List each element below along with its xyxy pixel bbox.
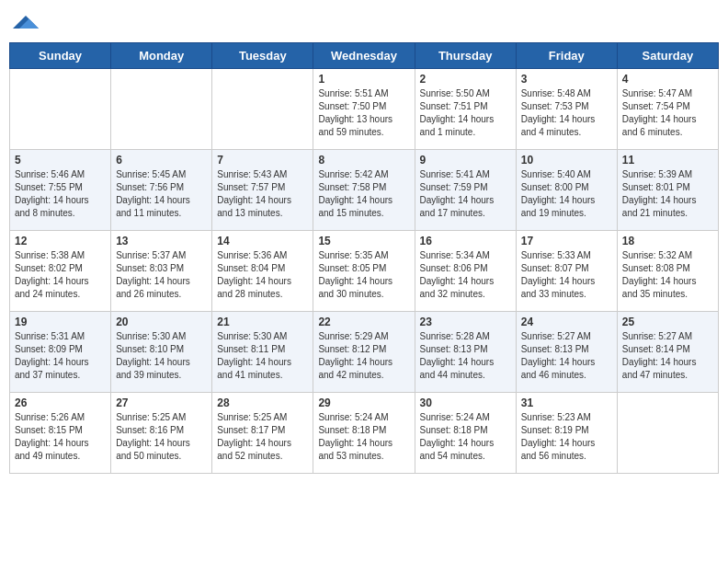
day-number: 16 <box>420 235 511 247</box>
day-info: Sunrise: 5:23 AMSunset: 8:19 PMDaylight:… <box>521 411 612 463</box>
header-friday: Friday <box>516 43 617 69</box>
day-info: Sunrise: 5:36 AMSunset: 8:04 PMDaylight:… <box>217 249 308 301</box>
day-info: Sunrise: 5:46 AMSunset: 7:55 PMDaylight:… <box>15 168 106 220</box>
calendar-week-1: 1Sunrise: 5:51 AMSunset: 7:50 PMDaylight… <box>10 69 719 150</box>
day-info: Sunrise: 5:37 AMSunset: 8:03 PMDaylight:… <box>116 249 207 301</box>
day-number: 21 <box>217 316 308 328</box>
day-number: 14 <box>217 235 308 247</box>
day-info: Sunrise: 5:35 AMSunset: 8:05 PMDaylight:… <box>318 249 409 301</box>
calendar-table: SundayMondayTuesdayWednesdayThursdayFrid… <box>9 42 719 474</box>
calendar-cell <box>111 69 212 150</box>
calendar-cell: 24Sunrise: 5:27 AMSunset: 8:13 PMDayligh… <box>516 312 617 393</box>
header-sunday: Sunday <box>10 43 111 69</box>
calendar-cell: 26Sunrise: 5:26 AMSunset: 8:15 PMDayligh… <box>10 393 111 474</box>
day-number: 20 <box>116 316 207 328</box>
calendar-cell: 30Sunrise: 5:24 AMSunset: 8:18 PMDayligh… <box>415 393 516 474</box>
day-number: 4 <box>622 73 713 86</box>
header-monday: Monday <box>111 43 212 69</box>
day-info: Sunrise: 5:45 AMSunset: 7:56 PMDaylight:… <box>116 168 207 220</box>
day-info: Sunrise: 5:39 AMSunset: 8:01 PMDaylight:… <box>622 168 713 220</box>
header-tuesday: Tuesday <box>212 43 313 69</box>
logo <box>13 9 40 35</box>
calendar-cell <box>10 69 111 150</box>
day-info: Sunrise: 5:48 AMSunset: 7:53 PMDaylight:… <box>521 87 612 139</box>
header-thursday: Thursday <box>415 43 516 69</box>
calendar-cell: 28Sunrise: 5:25 AMSunset: 8:17 PMDayligh… <box>212 393 313 474</box>
day-info: Sunrise: 5:27 AMSunset: 8:14 PMDaylight:… <box>622 330 713 382</box>
calendar-cell: 29Sunrise: 5:24 AMSunset: 8:18 PMDayligh… <box>313 393 415 474</box>
day-info: Sunrise: 5:51 AMSunset: 7:50 PMDaylight:… <box>318 87 409 139</box>
calendar-cell: 8Sunrise: 5:42 AMSunset: 7:58 PMDaylight… <box>313 150 415 231</box>
day-number: 26 <box>15 396 106 409</box>
header-wednesday: Wednesday <box>313 43 415 69</box>
day-number: 10 <box>521 154 612 167</box>
day-number: 31 <box>521 396 612 409</box>
day-info: Sunrise: 5:30 AMSunset: 8:11 PMDaylight:… <box>217 330 308 382</box>
day-info: Sunrise: 5:34 AMSunset: 8:06 PMDaylight:… <box>420 249 511 301</box>
day-number: 18 <box>622 235 713 247</box>
calendar-cell: 12Sunrise: 5:38 AMSunset: 8:02 PMDayligh… <box>10 231 111 312</box>
calendar-cell: 13Sunrise: 5:37 AMSunset: 8:03 PMDayligh… <box>111 231 212 312</box>
calendar-cell: 21Sunrise: 5:30 AMSunset: 8:11 PMDayligh… <box>212 312 313 393</box>
day-info: Sunrise: 5:47 AMSunset: 7:54 PMDaylight:… <box>622 87 713 139</box>
calendar-cell: 7Sunrise: 5:43 AMSunset: 7:57 PMDaylight… <box>212 150 313 231</box>
day-number: 8 <box>318 154 409 167</box>
calendar-cell: 9Sunrise: 5:41 AMSunset: 7:59 PMDaylight… <box>415 150 516 231</box>
day-info: Sunrise: 5:27 AMSunset: 8:13 PMDaylight:… <box>521 330 612 382</box>
day-number: 19 <box>15 316 106 328</box>
calendar-cell: 11Sunrise: 5:39 AMSunset: 8:01 PMDayligh… <box>617 150 718 231</box>
day-info: Sunrise: 5:29 AMSunset: 8:12 PMDaylight:… <box>318 330 409 382</box>
calendar-cell: 15Sunrise: 5:35 AMSunset: 8:05 PMDayligh… <box>313 231 415 312</box>
calendar-cell: 18Sunrise: 5:32 AMSunset: 8:08 PMDayligh… <box>617 231 718 312</box>
calendar-cell: 19Sunrise: 5:31 AMSunset: 8:09 PMDayligh… <box>10 312 111 393</box>
day-info: Sunrise: 5:25 AMSunset: 8:17 PMDaylight:… <box>217 411 308 463</box>
calendar-cell <box>617 393 718 474</box>
page-header <box>9 9 719 35</box>
day-number: 7 <box>217 154 308 167</box>
calendar-cell: 5Sunrise: 5:46 AMSunset: 7:55 PMDaylight… <box>10 150 111 231</box>
calendar-cell: 17Sunrise: 5:33 AMSunset: 8:07 PMDayligh… <box>516 231 617 312</box>
day-number: 29 <box>318 396 409 409</box>
calendar-cell: 22Sunrise: 5:29 AMSunset: 8:12 PMDayligh… <box>313 312 415 393</box>
day-info: Sunrise: 5:32 AMSunset: 8:08 PMDaylight:… <box>622 249 713 301</box>
day-info: Sunrise: 5:38 AMSunset: 8:02 PMDaylight:… <box>15 249 106 301</box>
day-number: 30 <box>420 396 511 409</box>
calendar-week-3: 12Sunrise: 5:38 AMSunset: 8:02 PMDayligh… <box>10 231 719 312</box>
day-number: 11 <box>622 154 713 167</box>
logo-icon <box>13 9 39 35</box>
day-number: 3 <box>521 73 612 86</box>
day-info: Sunrise: 5:28 AMSunset: 8:13 PMDaylight:… <box>420 330 511 382</box>
day-info: Sunrise: 5:41 AMSunset: 7:59 PMDaylight:… <box>420 168 511 220</box>
calendar-cell: 1Sunrise: 5:51 AMSunset: 7:50 PMDaylight… <box>313 69 415 150</box>
calendar-cell: 23Sunrise: 5:28 AMSunset: 8:13 PMDayligh… <box>415 312 516 393</box>
calendar-cell: 27Sunrise: 5:25 AMSunset: 8:16 PMDayligh… <box>111 393 212 474</box>
calendar-cell: 2Sunrise: 5:50 AMSunset: 7:51 PMDaylight… <box>415 69 516 150</box>
day-number: 12 <box>15 235 106 247</box>
day-info: Sunrise: 5:33 AMSunset: 8:07 PMDaylight:… <box>521 249 612 301</box>
calendar-week-5: 26Sunrise: 5:26 AMSunset: 8:15 PMDayligh… <box>10 393 719 474</box>
calendar-cell: 6Sunrise: 5:45 AMSunset: 7:56 PMDaylight… <box>111 150 212 231</box>
calendar-week-2: 5Sunrise: 5:46 AMSunset: 7:55 PMDaylight… <box>10 150 719 231</box>
day-info: Sunrise: 5:30 AMSunset: 8:10 PMDaylight:… <box>116 330 207 382</box>
calendar-cell: 16Sunrise: 5:34 AMSunset: 8:06 PMDayligh… <box>415 231 516 312</box>
day-number: 9 <box>420 154 511 167</box>
day-info: Sunrise: 5:42 AMSunset: 7:58 PMDaylight:… <box>318 168 409 220</box>
day-info: Sunrise: 5:26 AMSunset: 8:15 PMDaylight:… <box>15 411 106 463</box>
calendar-cell: 31Sunrise: 5:23 AMSunset: 8:19 PMDayligh… <box>516 393 617 474</box>
day-number: 15 <box>318 235 409 247</box>
day-number: 13 <box>116 235 207 247</box>
calendar-cell: 10Sunrise: 5:40 AMSunset: 8:00 PMDayligh… <box>516 150 617 231</box>
day-info: Sunrise: 5:31 AMSunset: 8:09 PMDaylight:… <box>15 330 106 382</box>
day-number: 24 <box>521 316 612 328</box>
day-info: Sunrise: 5:50 AMSunset: 7:51 PMDaylight:… <box>420 87 511 139</box>
calendar-cell: 20Sunrise: 5:30 AMSunset: 8:10 PMDayligh… <box>111 312 212 393</box>
day-number: 2 <box>420 73 511 86</box>
calendar-cell <box>212 69 313 150</box>
day-number: 6 <box>116 154 207 167</box>
day-info: Sunrise: 5:24 AMSunset: 8:18 PMDaylight:… <box>420 411 511 463</box>
day-number: 25 <box>622 316 713 328</box>
day-info: Sunrise: 5:25 AMSunset: 8:16 PMDaylight:… <box>116 411 207 463</box>
header-saturday: Saturday <box>617 43 718 69</box>
calendar-cell: 4Sunrise: 5:47 AMSunset: 7:54 PMDaylight… <box>617 69 718 150</box>
day-number: 27 <box>116 396 207 409</box>
